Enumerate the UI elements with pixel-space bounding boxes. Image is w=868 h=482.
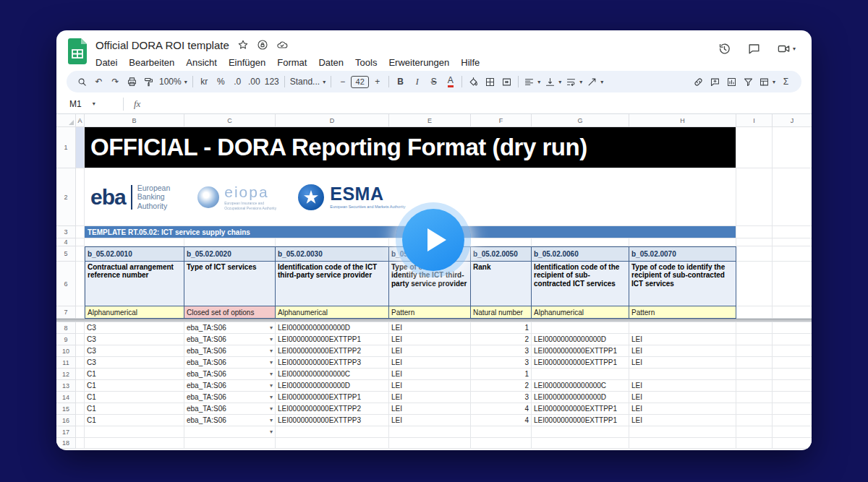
cell-dropdown[interactable]: eba_TA:S06 [184, 322, 276, 334]
cell[interactable] [76, 334, 85, 345]
cell[interactable] [76, 306, 85, 319]
strikethrough-button[interactable]: S [425, 73, 442, 90]
cell[interactable]: C3 [85, 345, 184, 357]
header-title-cell[interactable]: Type of ICT services [184, 262, 276, 306]
cell[interactable] [736, 262, 773, 306]
col-header[interactable]: A [76, 114, 85, 127]
cell[interactable] [76, 438, 85, 449]
cell[interactable]: 4 [471, 415, 532, 426]
fill-color-icon[interactable] [465, 73, 482, 90]
header-code-cell[interactable]: b_05.02.0060 [532, 246, 629, 262]
zoom-select[interactable]: 100% [157, 73, 190, 90]
header-code-cell[interactable]: b_05.02.0050 [471, 246, 532, 262]
cell[interactable] [629, 322, 736, 334]
cell[interactable] [76, 369, 85, 380]
cell-dropdown[interactable]: eba_TA:S06 [184, 380, 276, 392]
menu-tools[interactable]: Tools [349, 56, 383, 69]
cell[interactable] [184, 238, 276, 246]
header-code-cell[interactable]: b_05.02.0020 [184, 246, 276, 262]
cell[interactable] [773, 226, 812, 238]
comments-icon[interactable] [747, 42, 761, 56]
cell[interactable]: 4 [471, 403, 532, 415]
cell[interactable] [773, 392, 812, 403]
field-type-cell[interactable]: Closed set of options [184, 306, 276, 319]
cell[interactable] [773, 127, 812, 168]
text-color-button[interactable]: A [442, 73, 459, 90]
text-rotation-icon[interactable] [584, 73, 605, 90]
cell[interactable] [532, 438, 629, 449]
menu-format[interactable]: Format [271, 56, 312, 69]
increase-font-size-button[interactable]: + [369, 73, 386, 90]
cell[interactable] [736, 392, 773, 403]
col-header[interactable]: C [184, 114, 276, 127]
cell[interactable]: LEI00000000000000C [276, 369, 389, 380]
meet-camera-icon[interactable] [777, 42, 796, 56]
cell[interactable] [76, 226, 85, 238]
cell[interactable] [76, 246, 85, 262]
merge-cells-icon[interactable] [498, 73, 515, 90]
insert-chart-icon[interactable] [723, 73, 740, 90]
cell[interactable]: C3 [85, 322, 184, 334]
cell[interactable] [532, 238, 629, 246]
cell-dropdown[interactable]: eba_TA:S06 [184, 392, 276, 403]
cell[interactable]: LEI0000000000EXTTPP1 [276, 392, 389, 403]
version-history-icon[interactable] [718, 42, 731, 56]
cell[interactable]: LEI [629, 345, 736, 357]
cell[interactable]: LEI00000000000000D [532, 392, 629, 403]
percent-format-icon[interactable]: % [213, 73, 229, 90]
cell[interactable] [736, 426, 773, 438]
paint-format-icon[interactable] [140, 73, 157, 90]
cell[interactable] [773, 262, 812, 306]
cell[interactable]: LEI0000000000EXTTPP1 [532, 345, 629, 357]
cell[interactable] [773, 238, 812, 246]
document-title[interactable]: Official DORA ROI template [95, 39, 229, 51]
row-header[interactable]: 18 [56, 438, 76, 449]
cell[interactable]: LEI [389, 345, 471, 357]
cell[interactable] [76, 426, 85, 438]
header-code-cell[interactable]: b_05.02.0030 [276, 246, 389, 262]
cell[interactable] [471, 438, 532, 449]
cell[interactable] [389, 426, 471, 438]
field-type-cell[interactable]: Pattern [389, 306, 471, 319]
menu-daten[interactable]: Daten [312, 56, 349, 69]
cell[interactable] [736, 334, 773, 345]
lock-status-icon[interactable] [257, 39, 268, 51]
cell[interactable] [773, 438, 812, 449]
header-code-cell[interactable]: b_05.02.0010 [85, 246, 184, 262]
col-header[interactable]: E [389, 114, 471, 127]
cell[interactable] [276, 426, 389, 438]
cell[interactable] [85, 238, 184, 246]
cell[interactable] [736, 438, 773, 449]
cell-dropdown[interactable]: eba_TA:S06 [184, 369, 276, 380]
cell[interactable]: LEI [389, 403, 471, 415]
cell[interactable] [736, 415, 773, 426]
menu-ansicht[interactable]: Ansicht [180, 56, 223, 69]
cell[interactable]: LEI00000000000000D [532, 334, 629, 345]
cell[interactable]: LEI [389, 415, 471, 426]
row-header[interactable]: 7 [56, 306, 76, 319]
cell[interactable] [76, 238, 85, 246]
cell[interactable] [736, 403, 773, 415]
col-header[interactable]: D [276, 114, 389, 127]
cell-dropdown[interactable]: eba_TA:S06 [184, 345, 276, 357]
cell[interactable]: LEI00000000000000C [532, 380, 629, 392]
cell[interactable]: LEI [389, 322, 471, 334]
cell[interactable]: LEI0000000000EXTTPP1 [532, 357, 629, 369]
search-icon[interactable] [74, 73, 90, 90]
cell[interactable]: 2 [471, 380, 532, 392]
vertical-align-icon[interactable] [542, 73, 563, 90]
cell-dropdown[interactable]: eba_TA:S06 [184, 334, 276, 345]
text-wrap-icon[interactable] [563, 73, 584, 90]
cell[interactable]: LEI [389, 334, 471, 345]
cell[interactable] [773, 357, 812, 369]
cell[interactable]: LEI00000000000000D [276, 322, 389, 334]
cell[interactable] [736, 322, 773, 334]
row-header[interactable]: 12 [56, 369, 76, 380]
row-header[interactable]: 16 [56, 415, 76, 426]
cell[interactable]: C1 [85, 380, 184, 392]
cell[interactable] [736, 345, 773, 357]
name-box[interactable]: M1 [56, 99, 123, 109]
insert-link-icon[interactable] [690, 73, 707, 90]
row-header[interactable]: 5 [56, 246, 76, 262]
cell[interactable] [773, 403, 812, 415]
